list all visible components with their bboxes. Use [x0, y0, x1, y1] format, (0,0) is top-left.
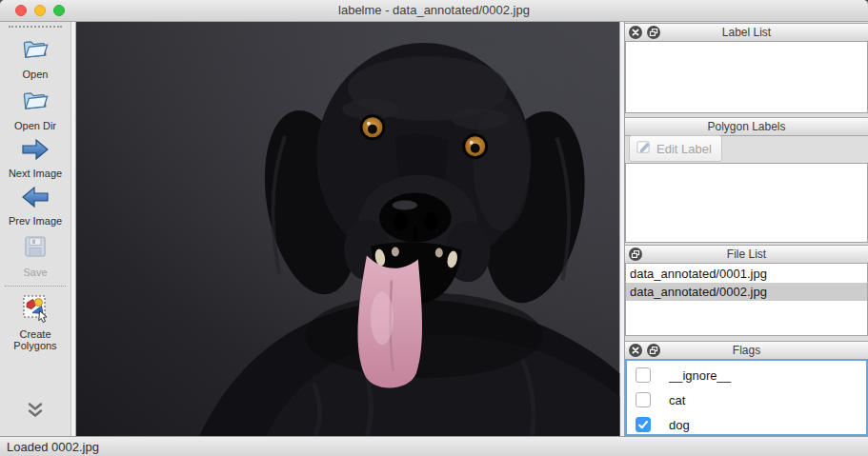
next-image-button[interactable]: Next Image: [9, 137, 62, 179]
checkbox-unchecked-icon[interactable]: [636, 392, 651, 407]
file-list-item[interactable]: data_annotated/0002.jpg: [626, 283, 867, 301]
label-list-titlebar: Label List: [625, 23, 868, 42]
create-polygons-icon: [20, 294, 50, 327]
main-content: Open Open Dir: [0, 22, 868, 436]
prev-image-button[interactable]: Prev Image: [9, 185, 62, 227]
flags-float-icon[interactable]: [647, 344, 660, 357]
labelme-window: labelme - data_annotated/0002.jpg Open: [0, 0, 868, 456]
file-list-title: File List: [727, 248, 766, 261]
save-button: Save: [20, 232, 50, 278]
polygon-labels-title: Polygon Labels: [707, 120, 785, 133]
flag-label: cat: [669, 393, 685, 407]
toolbar-overflow-chevron-icon[interactable]: [26, 402, 45, 423]
flags-titlebar: Flags: [625, 341, 868, 360]
toolbar-drag-handle-icon[interactable]: [9, 26, 62, 28]
polygon-labels-titlebar: Polygon Labels: [625, 117, 868, 136]
label-list[interactable]: [625, 41, 868, 113]
toolbar-item-label: Save: [23, 267, 47, 278]
flags-title: Flags: [733, 344, 760, 357]
dock-panels: Label List Polygon Labels Edit Label: [624, 22, 868, 436]
toolbar-item-label: Open: [23, 69, 49, 80]
label-list-title: Label List: [722, 26, 771, 39]
file-list-float-icon[interactable]: [629, 248, 642, 261]
window-title: labelme - data_annotated/0002.jpg: [0, 0, 868, 21]
open-button[interactable]: Open: [20, 34, 50, 80]
flag-label: __ignore__: [669, 368, 731, 383]
edit-label-button: Edit Label: [629, 135, 722, 162]
checkbox-checked-icon[interactable]: [636, 417, 651, 432]
toolbar-item-label: Prev Image: [9, 215, 62, 227]
open-dir-button[interactable]: Open Dir: [14, 86, 56, 131]
save-floppy-icon: [20, 232, 50, 265]
file-list[interactable]: data_annotated/0001.jpgdata_annotated/00…: [625, 263, 868, 336]
arrow-left-icon: [20, 185, 50, 213]
toolbar-item-label: Next Image: [9, 168, 62, 179]
polygon-labels-list[interactable]: [625, 163, 868, 243]
folder-open-icon: [20, 34, 50, 67]
flags-close-icon[interactable]: [629, 344, 642, 357]
toolbar-item-label: Create Polygons: [2, 328, 69, 351]
status-message: Loaded 0002.jpg: [7, 440, 99, 454]
flag-item[interactable]: dog: [627, 412, 866, 436]
edit-label-icon: [636, 139, 652, 158]
annotation-canvas[interactable]: [71, 22, 624, 436]
flag-item[interactable]: __ignore__: [627, 363, 866, 387]
flag-label: dog: [669, 418, 690, 432]
statusbar: Loaded 0002.jpg: [0, 436, 868, 456]
toolbar: Open Open Dir: [0, 22, 71, 436]
flag-item[interactable]: cat: [627, 387, 866, 412]
label-list-float-icon[interactable]: [647, 26, 660, 39]
toolbar-item-label: Open Dir: [14, 120, 56, 131]
folder-open-icon: [20, 86, 50, 118]
create-polygons-button[interactable]: Create Polygons: [2, 294, 69, 351]
titlebar[interactable]: labelme - data_annotated/0002.jpg: [0, 0, 868, 22]
file-list-item[interactable]: data_annotated/0001.jpg: [626, 265, 867, 283]
file-list-titlebar: File List: [625, 245, 868, 264]
checkbox-unchecked-icon[interactable]: [636, 367, 651, 383]
edit-label-button-label: Edit Label: [656, 142, 712, 156]
toolbar-separator: [5, 286, 66, 287]
label-list-close-icon[interactable]: [629, 26, 642, 39]
arrow-right-icon: [20, 137, 50, 166]
canvas-image: [75, 22, 620, 436]
flags-list[interactable]: __ignore__catdog: [625, 359, 868, 436]
